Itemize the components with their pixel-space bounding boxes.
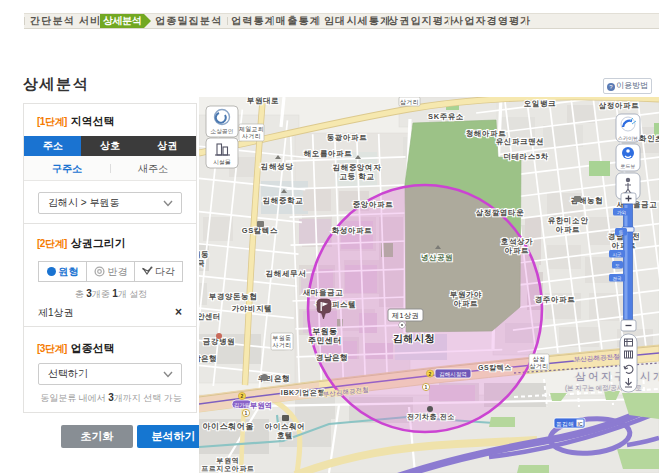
svg-text:아이스춰어: 아이스춰어 [265, 422, 306, 431]
svg-text:고등 학교: 고등 학교 [339, 172, 374, 181]
svg-text:경남은행: 경남은행 [199, 354, 217, 363]
svg-text:삼정: 삼정 [533, 356, 546, 363]
svg-text:사거리: 사거리 [273, 342, 292, 348]
svg-text:SK주유소: SK주유소 [428, 112, 464, 121]
svg-text:김해세무서: 김해세무서 [266, 269, 307, 278]
svg-text:김가람: 김가람 [234, 402, 251, 408]
svg-text:더테라스5차: 더테라스5차 [503, 152, 548, 161]
svg-text:IC: IC [578, 421, 583, 427]
svg-text:김해중앙여자: 김해중앙여자 [333, 163, 382, 172]
svg-text:해오름아파트: 해오름아파트 [304, 149, 353, 158]
svg-text:김해중학교: 김해중학교 [263, 196, 304, 205]
svg-text:동김해: 동김해 [556, 421, 573, 427]
svg-text:녕산공원: 녕산공원 [421, 253, 453, 262]
svg-text:로드뷰: 로드뷰 [621, 163, 636, 169]
svg-text:새마을금고: 새마을금고 [302, 288, 344, 297]
svg-text:아파트: 아파트 [556, 225, 580, 234]
svg-text:원동: 원동 [199, 250, 209, 259]
svg-text:부원역: 부원역 [217, 457, 240, 465]
svg-text:삼정아파트: 삼정아파트 [599, 101, 640, 110]
svg-text:IBK기업은행: IBK기업은행 [281, 389, 325, 397]
svg-text:아파트: 아파트 [505, 246, 529, 255]
svg-text:화인츠빌: 화인츠빌 [639, 134, 659, 143]
svg-text:전국: 전국 [612, 276, 622, 281]
svg-text:김해시청: 김해시청 [393, 333, 435, 344]
svg-text:아이스춰어울: 아이스춰어울 [202, 422, 254, 431]
svg-text:주민센터: 주민센터 [308, 336, 342, 345]
svg-text:부원동: 부원동 [312, 327, 337, 336]
svg-text:중앙아파트: 중앙아파트 [353, 200, 394, 209]
svg-text:1: 1 [425, 384, 428, 390]
svg-text:사거리: 사거리 [242, 133, 261, 139]
svg-text:시설물: 시설물 [213, 159, 231, 165]
svg-text:부원역: 부원역 [250, 401, 273, 410]
svg-text:동광아파트: 동광아파트 [327, 133, 368, 142]
svg-text:호텔: 호텔 [277, 431, 293, 440]
svg-text:시군: 시군 [612, 252, 622, 257]
svg-text:경남은행: 경남은행 [316, 353, 348, 362]
svg-text:가야비지텔: 가야비지텔 [232, 304, 273, 313]
svg-text:GS칼텍스: GS칼텍스 [478, 364, 512, 372]
svg-text:부원대로: 부원대로 [247, 97, 279, 105]
svg-text:호석상가: 호석상가 [501, 237, 533, 246]
svg-text:2: 2 [429, 371, 432, 377]
svg-text:경주아파트: 경주아파트 [535, 295, 576, 304]
svg-text:스카이뷰: 스카이뷰 [618, 135, 638, 141]
svg-text:김해성당: 김해성당 [261, 162, 293, 171]
svg-text:오일뱅크: 오일뱅크 [524, 99, 556, 108]
svg-text:국: 국 [199, 259, 205, 268]
svg-text:삼어지구도시개발: 삼어지구도시개발 [575, 370, 659, 382]
svg-text:제일교회: 제일교회 [239, 126, 264, 132]
svg-text:GS칼텍스: GS칼텍스 [242, 226, 278, 235]
svg-text:프르지오아파트: 프르지오아파트 [201, 465, 254, 473]
svg-text:가외: 가외 [617, 210, 626, 215]
svg-text:제1상권: 제1상권 [391, 311, 419, 320]
svg-text:부경양돈농협: 부경양돈농협 [209, 292, 258, 301]
svg-text:치안센터: 치안센터 [199, 312, 221, 321]
svg-text:전기차충 전소: 전기차충 전소 [407, 413, 455, 421]
svg-text:삼정깔염타운: 삼정깔염타운 [476, 208, 525, 217]
svg-text:김해시청역: 김해시청역 [439, 371, 467, 378]
svg-text:도: 도 [615, 263, 620, 268]
svg-text:유신파크맨션: 유신파크맨션 [496, 137, 545, 146]
svg-text:아파트: 아파트 [454, 299, 478, 308]
svg-text:부원가야: 부원가야 [450, 290, 482, 299]
svg-text:삼거리: 삼거리 [530, 363, 549, 369]
svg-text:1: 1 [245, 410, 248, 416]
svg-text:2: 2 [241, 393, 244, 399]
svg-text:유한미소안: 유한미소안 [548, 216, 589, 225]
svg-text:소상공인: 소상공인 [210, 128, 233, 135]
svg-text:부원동: 부원동 [273, 335, 292, 341]
svg-text:화성아파트: 화성아파트 [332, 226, 373, 235]
svg-text:동: 동 [619, 230, 624, 235]
svg-text:삼거리: 삼거리 [400, 99, 419, 105]
